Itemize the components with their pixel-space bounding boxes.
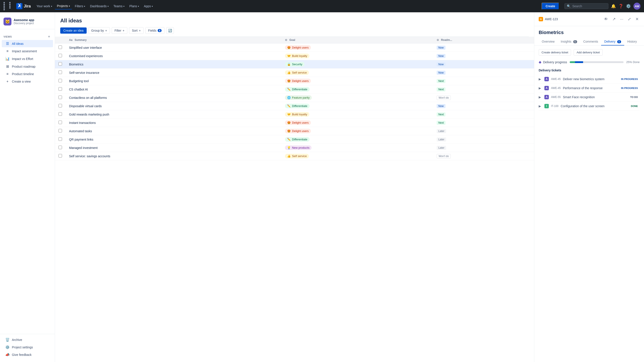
table-row[interactable]: Contactless on all platforms 🌐 Feature p…: [55, 94, 534, 102]
add-view-icon[interactable]: +: [47, 34, 51, 39]
goal-badge: 😍 Delight users: [285, 120, 311, 125]
sidebar-item-product-timeline[interactable]: ≡ Product timeline: [2, 70, 53, 77]
issue-type-icon: A: [539, 17, 543, 21]
tab-history[interactable]: History: [624, 38, 640, 45]
expand-icon[interactable]: ⤢: [627, 16, 632, 22]
nav-filters[interactable]: Filters ▾: [72, 3, 87, 9]
search-input[interactable]: [572, 4, 606, 8]
close-icon[interactable]: ✕: [634, 16, 640, 22]
notifications-icon[interactable]: 🔔: [611, 4, 616, 8]
row-checkbox[interactable]: [58, 87, 62, 91]
table-row[interactable]: Self service: savings accounts 👍 Self se…: [55, 152, 534, 160]
avatar[interactable]: AW: [634, 3, 640, 10]
more-icon[interactable]: ···: [619, 16, 624, 22]
nav-apps[interactable]: Apps ▾: [142, 3, 155, 9]
product-roadmap-icon: ⊞: [5, 64, 10, 68]
ticket-expand-icon[interactable]: ▶: [539, 86, 542, 90]
fields-button[interactable]: Fields 6: [145, 27, 164, 34]
settings-icon[interactable]: ⚙️: [626, 4, 631, 8]
nav-dashboards[interactable]: Dashboards ▾: [88, 3, 111, 9]
row-checkbox[interactable]: [58, 54, 62, 57]
table-row[interactable]: Customised experiences 🤝 Build loyalty N…: [55, 52, 534, 60]
panel-content: Create delivery ticket Add delivery tick…: [534, 46, 644, 362]
row-checkbox[interactable]: [58, 137, 62, 141]
sidebar-item-give-feedback[interactable]: 📣 Give feedback: [2, 351, 53, 358]
table-row[interactable]: Managed investment 💡 New products Later: [55, 144, 534, 152]
delivery-ticket[interactable]: ▶ A AWE-45 Performance of the response I…: [539, 84, 640, 93]
progress-percent: 25% Done: [626, 60, 640, 64]
sort-button[interactable]: Sort +: [129, 27, 144, 34]
sidebar-item-all-ideas[interactable]: ☰ All ideas: [2, 40, 53, 47]
sidebar-item-create-view[interactable]: + Create a view: [2, 78, 53, 85]
sort-plus-icon: +: [139, 29, 141, 32]
goal-badge: 😍 Delight users: [285, 45, 311, 50]
row-checkbox[interactable]: [58, 154, 62, 157]
tab-comments[interactable]: Comments: [580, 38, 601, 45]
search-box[interactable]: 🔍: [564, 3, 608, 9]
table-row[interactable]: Self-service insurance 👍 Self service No…: [55, 68, 534, 77]
tab-delivery[interactable]: Delivery 8: [601, 38, 624, 45]
filter-button[interactable]: Filter +: [112, 27, 127, 34]
insights-badge: 5: [573, 40, 577, 43]
ticket-expand-icon[interactable]: ▶: [539, 95, 542, 99]
create-button[interactable]: Create: [542, 3, 559, 10]
row-summary: Biometrics: [66, 60, 282, 68]
search-icon: 🔍: [567, 4, 570, 8]
table-row[interactable]: Biometrics 🔒 Security Now: [55, 60, 534, 68]
delivery-badge: 8: [617, 40, 621, 43]
logo[interactable]: Jira: [16, 3, 31, 9]
row-checkbox[interactable]: [58, 70, 62, 74]
row-checkbox[interactable]: [58, 129, 62, 132]
sidebar-item-impact-effort[interactable]: 📊 Impact vs Effort: [2, 55, 53, 62]
add-delivery-ticket-button[interactable]: Add delivery ticket: [574, 49, 603, 55]
row-checkbox[interactable]: [58, 104, 62, 107]
sidebar-item-archive[interactable]: 🗑️ Archive: [2, 336, 53, 343]
create-delivery-ticket-button[interactable]: Create delivery ticket: [539, 49, 571, 55]
nav-projects[interactable]: Projects ▾: [55, 3, 72, 9]
help-icon[interactable]: ❓: [618, 4, 623, 8]
row-checkbox[interactable]: [58, 95, 62, 99]
refresh-button[interactable]: 🔄: [166, 27, 174, 34]
table-row[interactable]: Automated tasks 😍 Delight users Later: [55, 127, 534, 135]
table-row[interactable]: Instant transactions 😍 Delight users Nex…: [55, 119, 534, 127]
table-row[interactable]: CS chatbot AI ✏️ Differentiate Next: [55, 85, 534, 94]
tab-overview[interactable]: Overview: [539, 38, 558, 45]
table-row[interactable]: Simplified user interface 😍 Delight user…: [55, 43, 534, 52]
delivery-ticket[interactable]: ▶ A AWE-45 Deliver new biometrics system…: [539, 75, 640, 84]
page-title: All ideas: [60, 17, 529, 24]
sidebar-item-label: Product timeline: [12, 72, 34, 76]
row-checkbox[interactable]: [58, 146, 62, 149]
table-row[interactable]: Gold rewards marketing push 🤝 Build loya…: [55, 110, 534, 119]
table-row[interactable]: Budgeting tool 😍 Delight users Next: [55, 77, 534, 85]
nav-plans[interactable]: Plans ▾: [127, 3, 141, 9]
row-roadmap: Next: [433, 119, 534, 127]
filter-plus-icon: +: [123, 29, 124, 32]
create-idea-button[interactable]: Create an idea: [60, 27, 87, 34]
sidebar-item-impact-assessment[interactable]: ≡ Impact assesment: [2, 48, 53, 55]
delivery-ticket[interactable]: ▶ I IT-100 Configuration of the user scr…: [539, 102, 640, 111]
group-by-button[interactable]: Group by +: [88, 27, 110, 34]
ticket-expand-icon[interactable]: ▶: [539, 104, 542, 108]
delivery-ticket[interactable]: ▶ A AWE-55 Smart Face recognition TO DO: [539, 93, 640, 102]
table-row[interactable]: QR payment links ✏️ Differentiate Later: [55, 135, 534, 144]
all-ideas-icon: ☰: [5, 41, 10, 46]
nav-teams[interactable]: Teams ▾: [111, 3, 127, 9]
project-settings-icon: ⚙️: [5, 345, 10, 349]
row-checkbox[interactable]: [58, 45, 62, 49]
apps-grid-icon[interactable]: [4, 2, 14, 10]
table-row[interactable]: Disposable virtual cards ✏️ Differentiat…: [55, 102, 534, 110]
roadmap-badge: Next: [437, 79, 446, 83]
tab-insights[interactable]: Insights 5: [558, 38, 580, 45]
sidebar-item-product-roadmap[interactable]: ⊞ Product roadmap: [2, 63, 53, 70]
row-checkbox[interactable]: [58, 79, 62, 82]
row-checkbox[interactable]: [58, 62, 62, 66]
watch-icon[interactable]: 👁: [603, 16, 609, 22]
row-checkbox[interactable]: [58, 112, 62, 116]
share-icon[interactable]: ↗: [612, 16, 616, 22]
row-checkbox[interactable]: [58, 121, 62, 124]
roadmap-badge: Later: [437, 137, 446, 141]
sidebar-item-project-settings[interactable]: ⚙️ Project settings: [2, 344, 53, 351]
nav-your-work[interactable]: Your work ▾: [34, 3, 54, 9]
ticket-expand-icon[interactable]: ▶: [539, 77, 542, 81]
topnav-right: 🔍 🔔 ❓ ⚙️ AW: [564, 3, 640, 10]
